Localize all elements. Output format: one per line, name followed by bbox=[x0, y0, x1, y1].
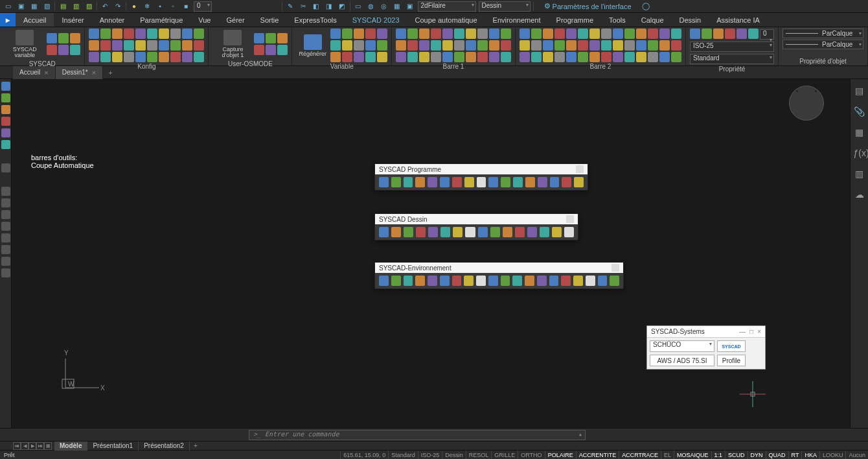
ltool-icon[interactable] bbox=[1, 82, 10, 91]
tab-coupe[interactable]: Coupe automatique bbox=[407, 13, 485, 27]
visualstyle-combo[interactable]: 2dFilaire bbox=[418, 1, 476, 12]
profile-button[interactable]: Profile bbox=[717, 355, 746, 366]
tab-inserer[interactable]: Insérer bbox=[54, 13, 91, 27]
layout-list-button[interactable]: ▦ bbox=[44, 442, 52, 450]
plot-icon[interactable]: ▤ bbox=[58, 1, 68, 12]
close-icon[interactable]: × bbox=[44, 69, 48, 76]
tab-syscad2023[interactable]: SYSCAD 2023 bbox=[345, 13, 407, 27]
fx-icon[interactable]: ƒ(x) bbox=[854, 148, 865, 159]
tab-sortie[interactable]: Sortie bbox=[253, 13, 287, 27]
lock-icon[interactable]: ▦ bbox=[854, 127, 865, 139]
tab-tools[interactable]: Tools bbox=[601, 13, 634, 27]
first-layout-button[interactable]: ⏮ bbox=[13, 442, 21, 450]
syscad-variable-button[interactable]: SYSCAD variable bbox=[4, 29, 45, 60]
filetab-accueil[interactable]: Accueil× bbox=[13, 66, 56, 79]
status-el[interactable]: EL bbox=[661, 451, 674, 460]
tab-presentation1[interactable]: Présentation1 bbox=[87, 441, 139, 451]
next-layout-button[interactable]: ▶ bbox=[29, 442, 36, 450]
status-scud[interactable]: SCUD bbox=[725, 451, 748, 460]
view-a-icon[interactable]: ▭ bbox=[353, 1, 363, 12]
open-icon[interactable]: ▣ bbox=[16, 1, 26, 12]
close-icon[interactable]: × bbox=[757, 328, 761, 335]
status-dimstyle[interactable]: Standard bbox=[388, 451, 418, 460]
close-icon[interactable]: × bbox=[92, 69, 96, 76]
toolbar-syscad-environnement[interactable]: SYSCAD-Environnement bbox=[374, 262, 624, 289]
components-icon[interactable]: ▥ bbox=[854, 169, 865, 180]
view-c-icon[interactable]: ◎ bbox=[379, 1, 389, 12]
status-hka[interactable]: HKA bbox=[801, 451, 819, 460]
textstyle-combo[interactable]: Standard bbox=[690, 54, 774, 64]
tab-programme[interactable]: Programme bbox=[549, 13, 601, 27]
status-polaire[interactable]: POLAIRE bbox=[545, 451, 576, 460]
tab-annoter[interactable]: Annoter bbox=[92, 13, 133, 27]
save-icon[interactable]: ▦ bbox=[29, 1, 39, 12]
product-button[interactable]: AWS / ADS 75.SI bbox=[650, 355, 714, 366]
layer-combo[interactable]: 0 bbox=[194, 1, 212, 12]
tab-assistance-ia[interactable]: Assistance IA bbox=[709, 13, 768, 27]
linetype-combo[interactable]: ParCalque bbox=[782, 40, 863, 49]
workspace-combo[interactable]: Dessin bbox=[479, 1, 531, 12]
filetab-dessin1[interactable]: Dessin1*× bbox=[56, 66, 103, 79]
layer-bulb-icon[interactable]: ● bbox=[129, 1, 139, 12]
tool-b-icon[interactable]: ✂ bbox=[298, 1, 308, 12]
cloud-icon[interactable]: ☁ bbox=[854, 189, 865, 201]
status-resol[interactable]: RESOL bbox=[466, 451, 492, 460]
redo-icon[interactable]: ↷ bbox=[113, 1, 123, 12]
command-input[interactable]: >_ Entrer une commande▴ bbox=[249, 430, 586, 440]
prev-layout-button[interactable]: ◀ bbox=[21, 442, 29, 450]
layer-print-icon[interactable]: ▫ bbox=[168, 1, 178, 12]
color-combo[interactable]: ParCalque bbox=[782, 29, 863, 38]
status-dyn[interactable]: DYN bbox=[748, 451, 766, 460]
syscad-systems-panel[interactable]: SYSCAD-Systems — □ × SCHÜCO SYSCAD AWS /… bbox=[646, 325, 766, 370]
dimstyle-combo[interactable]: ISO-25 bbox=[690, 41, 774, 52]
view-b-icon[interactable]: ◍ bbox=[366, 1, 376, 12]
view-cube[interactable] bbox=[789, 86, 824, 121]
tool-e-icon[interactable]: ◩ bbox=[337, 1, 347, 12]
tab-vue[interactable]: Vue bbox=[190, 13, 218, 27]
status-accrentite[interactable]: ACCRENTITE bbox=[576, 451, 619, 460]
status-mosaique[interactable]: MOSAIQUE bbox=[674, 451, 711, 460]
layer-color-icon[interactable]: ■ bbox=[181, 1, 191, 12]
status-space[interactable]: Dessin bbox=[442, 451, 466, 460]
search-icon[interactable]: ◯ bbox=[642, 2, 650, 10]
toolbar-syscad-programme[interactable]: SYSCAD Programme bbox=[374, 163, 588, 191]
add-tab-button[interactable]: + bbox=[103, 69, 117, 76]
tab-gerer[interactable]: Gérer bbox=[218, 13, 252, 27]
tab-dessin[interactable]: Dessin bbox=[672, 13, 709, 27]
close-icon[interactable] bbox=[566, 215, 574, 223]
tab-modele[interactable]: Modèle bbox=[54, 441, 87, 451]
tab-presentation2[interactable]: Présentation2 bbox=[139, 441, 190, 451]
undo-icon[interactable]: ↶ bbox=[100, 1, 110, 12]
view-d-icon[interactable]: ▦ bbox=[392, 1, 402, 12]
maximize-icon[interactable]: □ bbox=[749, 328, 753, 335]
new-icon[interactable]: ▭ bbox=[3, 1, 13, 12]
view-e-icon[interactable]: ▣ bbox=[405, 1, 415, 12]
tool-c-icon[interactable]: ◧ bbox=[311, 1, 321, 12]
layer-freeze-icon[interactable]: ❄ bbox=[142, 1, 152, 12]
add-layout-button[interactable]: + bbox=[190, 442, 201, 449]
tab-calque[interactable]: Calque bbox=[634, 13, 672, 27]
toolbar-syscad-dessin[interactable]: SYSCAD Dessin bbox=[374, 213, 578, 241]
tool-d-icon[interactable]: ◨ bbox=[324, 1, 334, 12]
attachments-icon[interactable]: 📎 bbox=[854, 106, 865, 118]
tab-expresstools[interactable]: ExpressTools bbox=[286, 13, 344, 27]
status-grille[interactable]: GRILLE bbox=[491, 451, 518, 460]
status-aucun[interactable]: Aucun bbox=[845, 451, 868, 460]
drawing-canvas[interactable]: barres d'outils: Coupe Automatique SYSCA… bbox=[12, 79, 850, 428]
minimize-icon[interactable]: — bbox=[739, 328, 746, 335]
interface-settings-button[interactable]: ⚙ Paramètres de l'interface bbox=[542, 2, 634, 10]
publish-icon[interactable]: ▨ bbox=[84, 1, 94, 12]
layers-panel-icon[interactable]: ▤ bbox=[854, 86, 865, 97]
ribbon-icon[interactable] bbox=[89, 29, 99, 39]
history-up-icon[interactable]: ▴ bbox=[578, 430, 582, 438]
tab-accueil[interactable]: Accueil bbox=[16, 13, 54, 27]
layer-lock-icon[interactable]: ▪ bbox=[155, 1, 165, 12]
regenerer-button[interactable]: Régénérer bbox=[296, 33, 329, 58]
tool-a-icon[interactable]: ✎ bbox=[285, 1, 295, 12]
status-scale[interactable]: 1:1 bbox=[711, 451, 725, 460]
status-ortho[interactable]: ORTHO bbox=[518, 451, 544, 460]
brand-combo[interactable]: SCHÜCO bbox=[650, 340, 714, 352]
close-icon[interactable] bbox=[576, 165, 584, 173]
last-layout-button[interactable]: ⏭ bbox=[36, 442, 44, 450]
status-quad[interactable]: QUAD bbox=[766, 451, 788, 460]
